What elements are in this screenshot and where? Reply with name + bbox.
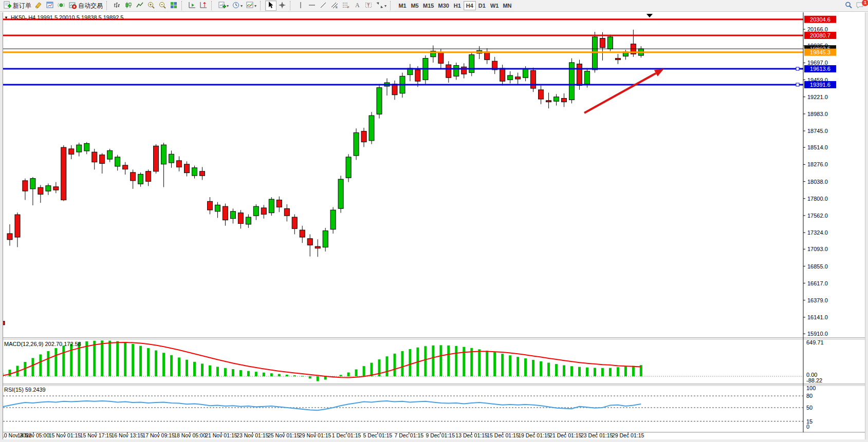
text-label-button[interactable]: T bbox=[363, 1, 374, 11]
macd-label: MACD(12,26,9) 202.70 172.58 bbox=[4, 341, 81, 347]
line-chart-button[interactable] bbox=[134, 1, 145, 11]
date-label: 18 Nov 05:00 bbox=[174, 432, 206, 438]
zoom-in-button[interactable] bbox=[145, 1, 157, 11]
tab-timeframe-W1[interactable]: W1 bbox=[488, 1, 501, 10]
chart-canvas[interactable]: 20304.620080.719892.519845.319613.619391… bbox=[0, 12, 868, 442]
fibonacci-icon: F bbox=[342, 1, 350, 11]
auto-trading-button[interactable]: 自动交易 bbox=[67, 1, 104, 11]
svg-text:18983.0: 18983.0 bbox=[807, 111, 828, 117]
crosshair-icon bbox=[278, 1, 286, 11]
chart-window-button[interactable] bbox=[44, 1, 56, 11]
date-label: 21 Dec 01:15 bbox=[549, 432, 582, 438]
zoom-out-icon bbox=[158, 1, 167, 11]
date-label: 5 Dec 01:15 bbox=[363, 432, 393, 438]
tab-timeframe-D1[interactable]: D1 bbox=[476, 1, 488, 10]
date-label: 23 Dec 01:15 bbox=[581, 432, 613, 438]
rsi-label: RSI(15) 59.2439 bbox=[4, 387, 46, 393]
search-button[interactable] bbox=[843, 1, 854, 11]
cursor-button[interactable] bbox=[265, 1, 276, 11]
window-left-edge bbox=[0, 12, 3, 442]
tab-timeframe-H1[interactable]: H1 bbox=[451, 1, 464, 10]
chevron-down-icon: ▾ bbox=[241, 4, 243, 8]
svg-text:18276.0: 18276.0 bbox=[807, 161, 828, 167]
svg-text:-88.22: -88.22 bbox=[806, 377, 822, 383]
svg-text:19221.0: 19221.0 bbox=[807, 94, 828, 100]
date-label: 29 Dec 01:15 bbox=[612, 432, 644, 438]
toolbar-separator bbox=[181, 1, 185, 10]
date-label: 21 Nov 01:15 bbox=[205, 432, 237, 438]
hline-19391.6[interactable]: 19391.6 bbox=[3, 81, 836, 88]
date-label: 1 Dec 01:15 bbox=[332, 432, 361, 438]
chart-shift-button[interactable] bbox=[198, 1, 209, 11]
toolbar-separator bbox=[390, 1, 394, 10]
bar-chart-button[interactable] bbox=[112, 1, 123, 11]
date-label: 23 Nov 01:15 bbox=[236, 432, 269, 438]
arrows-icon bbox=[376, 1, 384, 11]
cursor-icon bbox=[267, 1, 275, 11]
svg-text:18038.0: 18038.0 bbox=[807, 179, 828, 185]
svg-text:17093.0: 17093.0 bbox=[807, 246, 828, 252]
horizontal-line-icon bbox=[308, 1, 316, 11]
arrows-button[interactable]: ▾ bbox=[374, 1, 388, 11]
hline-20304.6[interactable]: 20304.6 bbox=[3, 16, 836, 23]
last-bar-marker-icon bbox=[647, 14, 653, 17]
auto-trading-label: 自动交易 bbox=[78, 2, 103, 10]
horizontal-line-button[interactable] bbox=[306, 1, 318, 11]
hline-19892.5[interactable]: 19892.5 bbox=[3, 45, 836, 52]
svg-text:19935.0: 19935.0 bbox=[807, 43, 828, 49]
new-order-button[interactable]: 新订单 bbox=[2, 1, 33, 11]
tile-windows-button[interactable] bbox=[168, 1, 179, 11]
notifications-button[interactable]: 1 bbox=[854, 1, 866, 11]
new-order-icon bbox=[3, 1, 11, 11]
tab-timeframe-H4[interactable]: H4 bbox=[464, 1, 476, 10]
svg-text:17324.0: 17324.0 bbox=[807, 229, 828, 236]
tab-timeframe-M15[interactable]: M15 bbox=[421, 1, 436, 10]
chevron-down-icon: ▾ bbox=[227, 4, 229, 8]
svg-text:20166.0: 20166.0 bbox=[807, 26, 828, 32]
zoom-out-button[interactable] bbox=[157, 1, 168, 11]
hline-19845.3[interactable]: 19845.3 bbox=[3, 49, 836, 56]
tab-timeframe-M5[interactable]: M5 bbox=[409, 1, 421, 10]
date-label: 9 Dec 01:15 bbox=[426, 432, 455, 438]
svg-text:19613.6: 19613.6 bbox=[810, 66, 830, 72]
fibonacci-button[interactable]: F bbox=[340, 1, 352, 11]
hline-20080.7[interactable]: 20080.7 bbox=[3, 32, 836, 39]
date-label: 13 Dec 01:15 bbox=[455, 432, 488, 438]
one-click-trading-arrow-icon[interactable]: ▼ bbox=[4, 15, 8, 20]
candles-layer bbox=[0, 30, 643, 332]
chevron-down-icon: ▾ bbox=[384, 4, 386, 8]
trading-terminal: 新订单 自动交易 ▾ ▾ ▾ E F A T ▾ M bbox=[0, 0, 868, 442]
window-bottom-edge bbox=[0, 439, 868, 442]
tab-timeframe-M1[interactable]: M1 bbox=[396, 1, 409, 10]
signals-button[interactable] bbox=[56, 1, 67, 11]
tab-timeframe-M30[interactable]: M30 bbox=[436, 1, 451, 10]
notification-badge: 1 bbox=[862, 0, 868, 6]
toolbar: 新订单 自动交易 ▾ ▾ ▾ E F A T ▾ M bbox=[0, 0, 868, 12]
equidistant-channel-button[interactable]: E bbox=[329, 1, 340, 11]
svg-text:100: 100 bbox=[806, 385, 816, 391]
signals-icon bbox=[57, 1, 65, 11]
macd-histogram-layer bbox=[1, 340, 642, 381]
vertical-line-button[interactable] bbox=[295, 1, 306, 11]
text-button[interactable]: A bbox=[352, 1, 363, 11]
svg-text:19845.3: 19845.3 bbox=[810, 49, 830, 55]
candlestick-chart-button[interactable] bbox=[123, 1, 134, 11]
tab-timeframe-MN[interactable]: MN bbox=[501, 1, 513, 10]
crosshair-button[interactable] bbox=[276, 1, 288, 11]
date-label: 15 Nov 17:15 bbox=[80, 432, 113, 438]
svg-text:A: A bbox=[355, 2, 360, 9]
auto-scroll-button[interactable] bbox=[187, 1, 198, 11]
line-chart-icon bbox=[136, 1, 144, 11]
new-order-label: 新订单 bbox=[13, 2, 31, 10]
period-clock-button[interactable]: ▾ bbox=[230, 1, 244, 11]
bar-chart-icon bbox=[113, 1, 121, 11]
search-icon bbox=[844, 1, 853, 11]
svg-text:16379.0: 16379.0 bbox=[807, 297, 828, 303]
trendline-button[interactable] bbox=[318, 1, 329, 11]
date-label: 25 Nov 01:15 bbox=[268, 432, 300, 438]
new-chart-button[interactable]: ▾ bbox=[216, 1, 230, 11]
indicators-button[interactable]: ▾ bbox=[244, 1, 258, 11]
symbols-button[interactable] bbox=[33, 1, 44, 11]
trend-arrow-annotation[interactable] bbox=[584, 69, 664, 113]
tile-windows-icon bbox=[170, 1, 178, 11]
